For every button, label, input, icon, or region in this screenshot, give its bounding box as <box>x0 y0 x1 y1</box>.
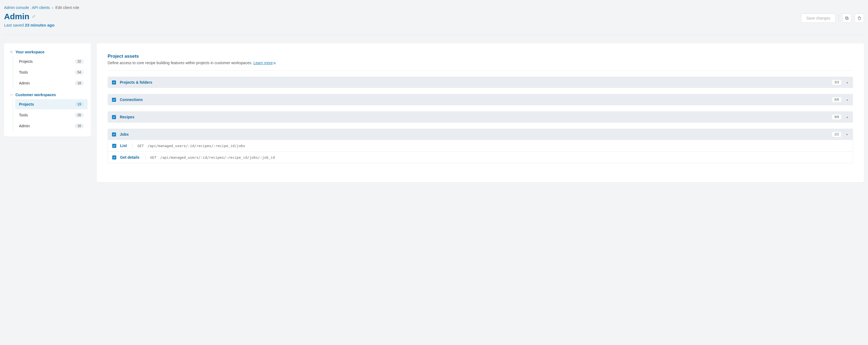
http-method: GET <box>150 156 156 160</box>
count-badge: 54 <box>75 70 84 75</box>
svg-rect-0 <box>846 17 848 20</box>
sidebar-section-label: Your workspace <box>16 50 44 54</box>
sidebar-item-label: Tools <box>19 70 28 74</box>
sidebar-item-tools[interactable]: Tools 54 <box>15 67 88 77</box>
sidebar-item-label: Projects <box>19 102 34 106</box>
header-actions: Save changes <box>801 12 864 23</box>
divider <box>107 70 853 71</box>
sidebar-item-label: Admin <box>19 124 30 128</box>
svg-point-3 <box>10 94 12 96</box>
circle-icon <box>10 94 13 96</box>
count-badge: 9/9 <box>832 114 841 119</box>
endpoint-path: /api/managed_users/:id/recipes/:recipe_i… <box>148 144 245 148</box>
divider <box>145 155 145 160</box>
copy-button[interactable] <box>842 13 851 23</box>
sidebar-item-cw-admin[interactable]: Admin 16 <box>15 121 88 131</box>
perm-group-label: Projects & folders <box>120 80 829 84</box>
breadcrumb: Admin console : API clients › Edit clien… <box>4 5 864 10</box>
edit-icon[interactable] <box>32 14 36 19</box>
sidebar-section-your-workspace[interactable]: Your workspace <box>7 48 88 56</box>
http-method: GET <box>137 144 144 148</box>
workspace-icon <box>10 50 13 53</box>
checkbox[interactable] <box>112 132 116 136</box>
sidebar-item-label: Tools <box>19 113 28 117</box>
count-badge: 32 <box>75 59 84 64</box>
external-link-icon: ⧉ <box>274 62 276 65</box>
perm-rows-jobs: List GET /api/managed_users/:id/recipes/… <box>107 140 853 163</box>
count-badge: 2/2 <box>832 132 841 137</box>
learn-more-link[interactable]: Learn more <box>253 61 273 65</box>
perm-name: List <box>120 143 127 148</box>
checkbox[interactable] <box>112 156 116 160</box>
perm-group-recipes[interactable]: Recipes 9/9 ◂ <box>107 111 853 123</box>
count-badge: 16 <box>75 124 84 128</box>
perm-group-label: Connections <box>120 98 829 102</box>
sidebar-item-cw-projects[interactable]: Projects 19 <box>15 99 88 109</box>
expand-toggle-icon[interactable]: ▾ <box>845 133 849 136</box>
collapse-toggle-icon[interactable]: ◂ <box>845 98 849 101</box>
copy-icon <box>845 16 849 20</box>
breadcrumb-current: Edit client role <box>55 5 79 10</box>
checkbox[interactable] <box>112 115 116 119</box>
endpoint-path: /api/managed_users/:id/recipes/:recipe_i… <box>160 156 275 160</box>
page-title: Admin <box>4 12 55 21</box>
perm-group-jobs[interactable]: Jobs 2/2 ▾ <box>107 129 853 140</box>
checkbox[interactable] <box>112 98 116 102</box>
delete-button[interactable] <box>855 13 864 23</box>
sidebar-section-customer-workspaces[interactable]: Customer workspaces <box>7 91 88 99</box>
main-panel: Project assets Define access to core rec… <box>97 43 864 182</box>
svg-rect-1 <box>845 17 848 19</box>
sidebar-item-cw-tools[interactable]: Tools 26 <box>15 110 88 120</box>
perm-name: Get details <box>120 155 140 160</box>
last-saved: Last saved 23 minutes ago <box>4 23 55 27</box>
count-badge: 5/5 <box>832 97 841 102</box>
section-heading: Project assets <box>107 54 853 59</box>
sidebar-section-label: Customer workspaces <box>16 93 56 97</box>
last-saved-prefix: Last saved <box>4 23 25 27</box>
svg-rect-2 <box>10 51 12 53</box>
section-subtitle: Define access to core recipe building fe… <box>107 61 853 65</box>
subtitle-text: Define access to core recipe building fe… <box>107 61 253 65</box>
last-saved-time: 23 minutes ago <box>25 23 55 27</box>
count-badge: 19 <box>75 102 84 107</box>
sidebar-item-projects[interactable]: Projects 32 <box>15 56 88 67</box>
sidebar-item-label: Admin <box>19 81 30 85</box>
breadcrumb-root-link[interactable]: Admin console : API clients <box>4 5 50 10</box>
perm-group-connections[interactable]: Connections 5/5 ◂ <box>107 94 853 105</box>
perm-row-get-details: Get details GET /api/managed_users/:id/r… <box>108 151 853 163</box>
trash-icon <box>857 16 862 20</box>
divider <box>4 35 864 35</box>
perm-group-label: Recipes <box>120 115 829 119</box>
sidebar-item-label: Projects <box>19 59 33 64</box>
divider <box>839 14 839 22</box>
sidebar: Your workspace Projects 32 Tools 54 Admi… <box>4 43 91 136</box>
chevron-right-icon: › <box>52 6 53 10</box>
collapse-toggle-icon[interactable]: ◂ <box>845 116 849 118</box>
checkbox[interactable] <box>112 80 116 84</box>
perm-group-projects-folders[interactable]: Projects & folders 3/3 ◂ <box>107 77 853 88</box>
collapse-toggle-icon[interactable]: ◂ <box>845 81 849 84</box>
count-badge: 26 <box>75 113 84 117</box>
perm-row-list: List GET /api/managed_users/:id/recipes/… <box>108 140 853 151</box>
count-badge: 18 <box>75 81 84 85</box>
save-button[interactable]: Save changes <box>801 13 835 23</box>
page-title-text: Admin <box>4 12 29 21</box>
perm-group-label: Jobs <box>120 132 829 136</box>
count-badge: 3/3 <box>832 80 841 85</box>
checkbox[interactable] <box>112 144 116 148</box>
sidebar-item-admin[interactable]: Admin 18 <box>15 78 88 88</box>
